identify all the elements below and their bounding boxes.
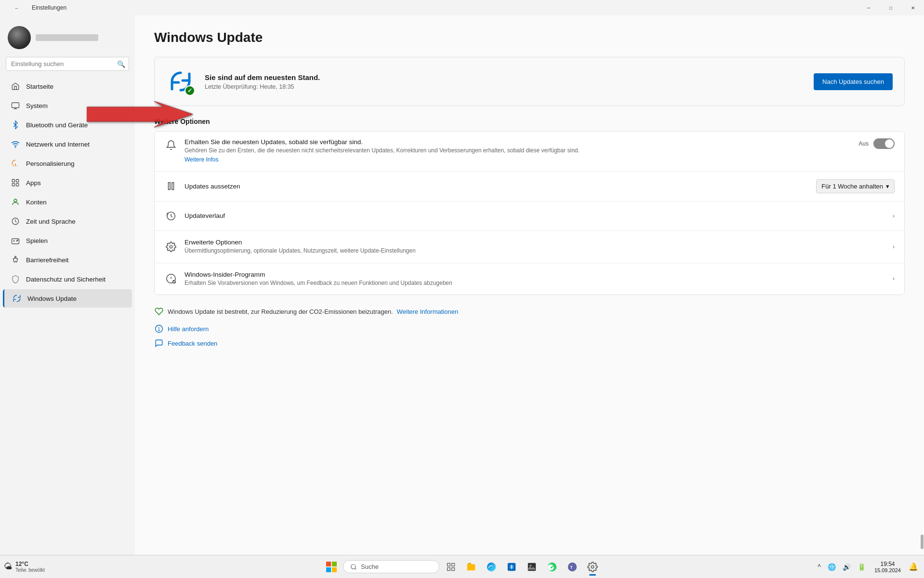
sidebar-item-label: Startseite [26, 83, 53, 90]
search-input[interactable] [6, 57, 129, 71]
search-icon-button[interactable]: 🔍 [117, 60, 125, 68]
leaf-icon [154, 307, 164, 316]
sidebar-item-zeit[interactable]: Zeit und Sprache [3, 212, 132, 230]
accessibility-icon [11, 255, 20, 265]
avatar [8, 26, 31, 49]
close-button[interactable]: ✕ [902, 0, 924, 15]
game-icon [11, 236, 20, 245]
footer-section: Windows Update ist bestrebt, zur Reduzie… [154, 307, 905, 348]
tray-network-icon[interactable]: 🌐 [825, 561, 839, 573]
svg-rect-30 [452, 563, 455, 566]
option-pause-updates[interactable]: Updates aussetzen Für 1 Woche anhalten ▾ [155, 172, 904, 202]
weather-widget[interactable]: 🌤 12°C Teilw. bewölkt [0, 561, 49, 573]
edge-browser-button[interactable] [482, 557, 501, 577]
advanced-settings-icon [164, 240, 178, 254]
sidebar-item-label: Apps [26, 179, 41, 187]
back-button[interactable]: ← [6, 0, 28, 15]
weather-temp: 12°C [15, 561, 45, 567]
update-icon [12, 294, 22, 303]
user-profile[interactable] [0, 21, 135, 57]
search-box: 🔍 [6, 57, 129, 71]
store-button[interactable] [502, 557, 521, 577]
chevron-down-icon: ▾ [886, 183, 889, 190]
sidebar-item-spielen[interactable]: Spielen [3, 231, 132, 250]
svg-rect-25 [326, 567, 331, 572]
options-list: Erhalten Sie die neuesten Updates, sobal… [154, 131, 905, 295]
status-card: ✓ Sie sind auf dem neuesten Stand. Letzt… [154, 57, 905, 106]
option-content-pause: Updates aussetzen [185, 183, 809, 190]
sidebar-item-bluetooth[interactable]: Bluetooth und Geräte [3, 116, 132, 134]
titlebar-left: ← Einstellungen [6, 0, 66, 15]
feedback-icon [154, 338, 164, 348]
sidebar-item-label: Spielen [26, 237, 48, 244]
option-insider[interactable]: Windows-Insider-Programm Erhalten Sie Vo… [155, 263, 904, 295]
sidebar-item-label: Windows Update [27, 295, 77, 302]
check-updates-button[interactable]: Nach Updates suchen [814, 73, 893, 90]
titlebar: ← Einstellungen ─ □ ✕ [0, 0, 924, 15]
option-update-history[interactable]: Updateverlauf › [155, 202, 904, 231]
file-explorer-button[interactable] [462, 557, 481, 577]
tray-volume-icon[interactable]: 🔊 [840, 561, 854, 573]
svg-rect-31 [448, 567, 450, 570]
sidebar-item-windows-update[interactable]: Windows Update [3, 289, 132, 308]
sidebar-item-apps[interactable]: Apps [3, 174, 132, 192]
clock-date: 15.09.2024 [874, 567, 901, 573]
taskbar-search[interactable]: Suche [343, 560, 439, 573]
chevron-right-area-3: › [893, 275, 895, 282]
svg-point-13 [15, 256, 16, 258]
start-button[interactable] [322, 557, 341, 577]
teams-button[interactable]: T [563, 557, 582, 577]
maximize-button[interactable]: □ [880, 0, 902, 15]
tray-battery-icon[interactable]: 🔋 [855, 561, 869, 573]
option-advanced[interactable]: Erweiterte Optionen Übermittlungsoptimie… [155, 231, 904, 263]
sidebar-item-label: Datenschutz und Sicherheit [26, 276, 106, 283]
svg-point-40 [591, 565, 594, 568]
help-link[interactable]: Hilfe anfordern [154, 324, 905, 334]
co2-link[interactable]: Weitere Informationen [397, 308, 459, 315]
sidebar-item-konten[interactable]: Konten [3, 193, 132, 211]
sidebar-item-barrierefreiheit[interactable]: Barrierefreiheit [3, 251, 132, 269]
svg-text:T: T [570, 565, 572, 569]
tray-chevron[interactable]: ^ [815, 561, 824, 573]
notification-button[interactable]: 🔔 [907, 560, 920, 573]
pause-dropdown[interactable]: Für 1 Woche anhalten ▾ [816, 179, 895, 193]
sidebar-item-label: System [26, 102, 48, 109]
sidebar-item-label: Netzwerk und Internet [26, 141, 90, 148]
early-updates-toggle[interactable] [873, 138, 895, 149]
clock[interactable]: 19:54 15.09.2024 [871, 561, 905, 573]
weather-icon: 🌤 [4, 562, 13, 572]
sidebar: 🔍 Startseite System Bluetooth und Geräte [0, 15, 135, 559]
option-early-updates[interactable]: Erhalten Sie die neuesten Updates, sobal… [155, 132, 904, 172]
svg-rect-23 [326, 562, 331, 566]
taskbar: 🌤 12°C Teilw. bewölkt Suche [0, 555, 924, 578]
content-area: Windows Update ✓ Sie sind auf dem neuest… [135, 15, 924, 559]
feedback-link[interactable]: Feedback senden [154, 338, 905, 348]
svg-rect-10 [12, 239, 19, 244]
chevron-right-icon: › [893, 213, 895, 219]
whatsapp-button[interactable] [542, 557, 562, 577]
settings-button[interactable] [583, 557, 602, 577]
option-title: Windows-Insider-Programm [185, 271, 886, 278]
sidebar-item-personalisierung[interactable]: Personalisierung [3, 154, 132, 173]
pause-dropdown-label: Für 1 Woche anhalten [821, 183, 883, 190]
weitere-infos-link[interactable]: Weitere Infos [185, 156, 218, 163]
option-content-insider: Windows-Insider-Programm Erhalten Sie Vo… [185, 271, 886, 287]
sidebar-item-startseite[interactable]: Startseite [3, 77, 132, 95]
chevron-right-area: › [893, 213, 895, 219]
sidebar-item-system[interactable]: System [3, 96, 132, 115]
status-text: Sie sind auf dem neuesten Stand. Letzte … [205, 73, 804, 90]
scrollbar[interactable] [920, 15, 924, 559]
minimize-button[interactable]: ─ [858, 0, 880, 15]
help-link-label: Hilfe anfordern [168, 325, 209, 333]
clock-icon [11, 216, 20, 226]
scrollbar-thumb [921, 535, 924, 549]
help-icon [154, 324, 164, 334]
sidebar-item-netzwerk[interactable]: Netzwerk und Internet [3, 135, 132, 153]
sidebar-item-label: Personalisierung [26, 160, 75, 167]
photos-button[interactable] [522, 557, 541, 577]
svg-rect-14 [169, 183, 171, 190]
sidebar-item-datenschutz[interactable]: Datenschutz und Sicherheit [3, 270, 132, 288]
weather-info: 12°C Teilw. bewölkt [15, 561, 45, 573]
toggle-knob [885, 139, 894, 148]
task-view-button[interactable] [441, 557, 461, 577]
